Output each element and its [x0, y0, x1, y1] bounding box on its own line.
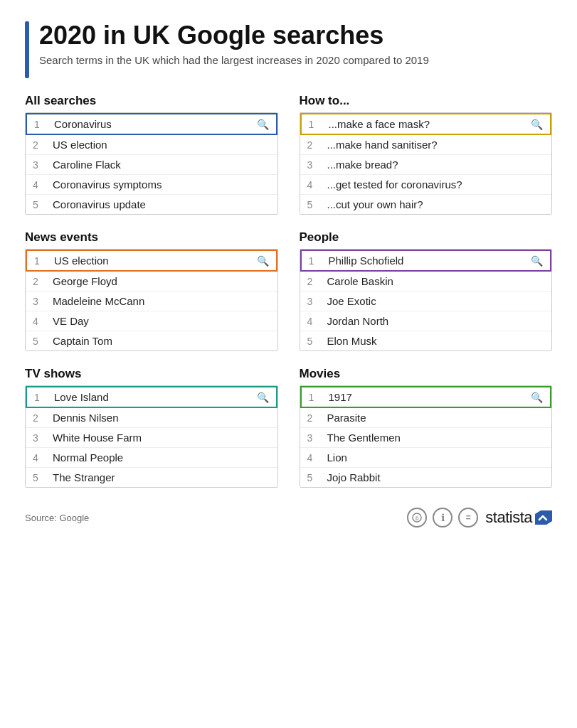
item-number: 1	[34, 255, 47, 267]
item-number: 3	[307, 432, 320, 444]
page-subtitle: Search terms in the UK which had the lar…	[39, 53, 429, 68]
category-people: People1Phillip Schofield🔍2Carole Baskin3…	[300, 230, 553, 351]
list-item: 4Lion	[300, 448, 552, 468]
category-title-news-events: News events	[25, 230, 278, 245]
item-number: 2	[33, 412, 46, 424]
item-number: 4	[33, 316, 46, 327]
item-label: US election	[53, 139, 270, 151]
item-label: The Gentlemen	[327, 432, 545, 444]
list-item: 5Captain Tom	[26, 331, 277, 350]
item-number: 2	[33, 139, 46, 151]
item-label: The Stranger	[53, 471, 270, 483]
category-title-tv-shows: TV shows	[25, 367, 278, 381]
item-label: George Floyd	[53, 275, 270, 287]
list-item: 1US election🔍	[26, 250, 277, 272]
list-item: 4Coronavirus symptoms	[26, 175, 277, 195]
item-label: Normal People	[53, 451, 270, 464]
item-label: Coronavirus update	[53, 198, 270, 210]
categories-grid: All searches1Coronavirus🔍2US election3Ca…	[25, 94, 552, 488]
list-box-tv-shows: 1Love Island🔍2Dennis Nilsen3White House …	[25, 385, 278, 488]
category-news-events: News events1US election🔍2George Floyd3Ma…	[25, 230, 278, 351]
item-label: Parasite	[327, 412, 545, 424]
item-number: 5	[307, 199, 320, 210]
item-label: Madeleine McCann	[53, 295, 270, 307]
list-item: 5Elon Musk	[300, 331, 552, 350]
list-item: 2Parasite	[300, 408, 552, 428]
list-item: 2Dennis Nilsen	[26, 408, 277, 428]
list-item: 11917🔍	[300, 386, 552, 408]
item-number: 1	[309, 255, 322, 267]
item-number: 5	[307, 336, 320, 347]
item-number: 5	[33, 472, 46, 483]
item-number: 5	[307, 472, 320, 483]
list-item: 4...get tested for coronavirus?	[300, 175, 552, 195]
item-label: ...get tested for coronavirus?	[327, 178, 545, 191]
search-icon: 🔍	[257, 119, 269, 130]
item-number: 2	[307, 276, 320, 287]
list-item: 3...make bread?	[300, 155, 552, 175]
footer: Source: Google © ℹ = statista	[25, 508, 552, 528]
item-number: 4	[307, 316, 320, 327]
list-box-how-to: 1...make a face mask?🔍2...make hand sani…	[300, 112, 553, 215]
list-box-news-events: 1US election🔍2George Floyd3Madeleine McC…	[25, 249, 278, 351]
list-item: 3Madeleine McCann	[26, 291, 277, 311]
statista-logo: statista	[485, 508, 552, 527]
item-label: Captain Tom	[53, 335, 270, 347]
item-label: Dennis Nilsen	[53, 412, 270, 424]
list-box-people: 1Phillip Schofield🔍2Carole Baskin3Joe Ex…	[300, 249, 553, 351]
list-item: 3The Gentlemen	[300, 428, 552, 448]
item-label: 1917	[329, 391, 529, 403]
item-label: ...make a face mask?	[329, 118, 529, 130]
list-item: 1Love Island🔍	[26, 386, 277, 408]
category-movies: Movies11917🔍2Parasite3The Gentlemen4Lion…	[300, 367, 553, 488]
info-icon: ℹ	[433, 508, 452, 528]
item-number: 2	[307, 412, 320, 424]
item-number: 3	[307, 296, 320, 307]
category-how-to: How to...1...make a face mask?🔍2...make …	[300, 94, 553, 215]
category-all-searches: All searches1Coronavirus🔍2US election3Ca…	[25, 94, 278, 215]
item-number: 4	[33, 452, 46, 464]
item-label: US election	[54, 255, 254, 267]
list-box-all-searches: 1Coronavirus🔍2US election3Caroline Flack…	[25, 112, 278, 215]
statista-chevron-icon	[535, 510, 552, 525]
list-item: 2Carole Baskin	[300, 272, 552, 291]
list-item: 2...make hand sanitiser?	[300, 135, 552, 155]
item-label: ...make hand sanitiser?	[327, 139, 545, 151]
item-label: Coronavirus	[54, 118, 254, 130]
item-number: 1	[34, 392, 47, 403]
list-item: 4Jordan North	[300, 311, 552, 331]
item-number: 5	[33, 199, 46, 210]
source-label: Source: Google	[25, 513, 89, 523]
search-icon: 🔍	[257, 392, 269, 403]
item-label: VE Day	[53, 315, 270, 327]
item-number: 3	[33, 432, 46, 444]
statista-wordmark: statista	[485, 508, 532, 527]
item-number: 5	[33, 336, 46, 347]
list-item: 5Jojo Rabbit	[300, 468, 552, 487]
item-number: 3	[33, 296, 46, 307]
category-title-movies: Movies	[300, 367, 553, 381]
list-item: 2US election	[26, 135, 277, 155]
category-title-how-to: How to...	[300, 94, 553, 108]
page-title: 2020 in UK Google searches	[39, 21, 429, 50]
item-label: Phillip Schofield	[329, 255, 529, 267]
item-number: 2	[307, 139, 320, 151]
list-item: 1...make a face mask?🔍	[300, 113, 552, 135]
item-label: Lion	[327, 451, 545, 464]
svg-text:©: ©	[415, 516, 420, 521]
category-title-people: People	[300, 230, 553, 245]
category-tv-shows: TV shows1Love Island🔍2Dennis Nilsen3Whit…	[25, 367, 278, 488]
list-item: 3Caroline Flack	[26, 155, 277, 175]
item-label: Caroline Flack	[53, 159, 270, 171]
search-icon: 🔍	[531, 392, 543, 403]
item-number: 3	[307, 159, 320, 171]
item-label: Carole Baskin	[327, 275, 545, 287]
list-box-movies: 11917🔍2Parasite3The Gentlemen4Lion5Jojo …	[300, 385, 553, 488]
list-item: 1Coronavirus🔍	[26, 113, 277, 135]
category-title-all-searches: All searches	[25, 94, 278, 108]
list-item: 1Phillip Schofield🔍	[300, 250, 552, 272]
item-label: ...cut your own hair?	[327, 198, 545, 210]
item-label: Love Island	[54, 391, 254, 403]
item-number: 1	[34, 119, 47, 130]
list-item: 4VE Day	[26, 311, 277, 331]
